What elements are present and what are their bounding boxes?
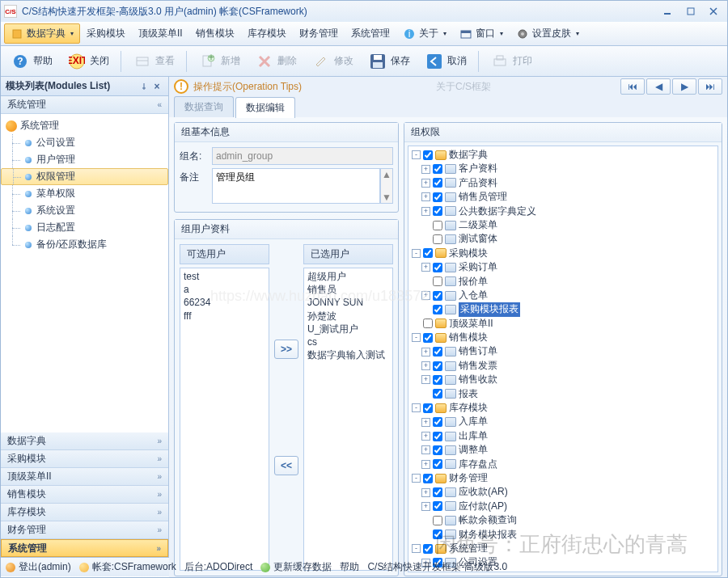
perm-checkbox[interactable] <box>433 164 442 174</box>
available-list[interactable]: test a 66234 fff <box>180 268 269 571</box>
menu-数据字典[interactable]: 数据字典▾ <box>4 23 80 44</box>
perm-checkbox[interactable] <box>433 445 442 455</box>
perm-checkbox[interactable] <box>423 474 433 483</box>
nav-last-button[interactable]: ⏭ <box>698 78 722 95</box>
tree-node[interactable]: +公共数据字典定义 <box>410 205 716 218</box>
nav-group-current[interactable]: 系统管理« <box>1 96 168 114</box>
move-left-button[interactable]: << <box>274 456 298 475</box>
scrollbar[interactable]: ▲▼ <box>380 168 393 204</box>
nav-item[interactable]: 权限管理 <box>1 168 168 185</box>
expand-icon[interactable]: + <box>421 502 430 511</box>
tree-node[interactable]: 财务模块报表 <box>410 528 716 542</box>
remark-textarea[interactable]: 管理员组 <box>212 168 380 204</box>
perm-checkbox[interactable] <box>433 192 442 202</box>
expand-icon[interactable]: - <box>412 544 421 553</box>
tree-node[interactable]: -采购模块 <box>410 247 716 260</box>
expand-icon[interactable]: - <box>412 333 421 342</box>
perm-checkbox[interactable] <box>423 333 433 343</box>
about-link[interactable]: 关于C/S框架 <box>436 80 491 94</box>
tab-query[interactable]: 数据查询 <box>174 96 234 117</box>
expand-icon[interactable]: + <box>421 361 430 370</box>
tree-node[interactable]: 二级菜单 <box>410 218 716 232</box>
perm-checkbox[interactable] <box>433 221 442 230</box>
maximize-button[interactable] <box>680 4 701 19</box>
menu-销售模块[interactable]: 销售模块 <box>189 23 241 44</box>
expand-icon[interactable]: - <box>412 150 421 159</box>
tree-node[interactable]: -财务管理 <box>410 471 716 485</box>
tree-node[interactable]: 测试窗体 <box>410 232 716 246</box>
tree-node[interactable]: +销售收款 <box>410 373 716 386</box>
tree-node[interactable]: +采购订单 <box>410 260 716 274</box>
help-button[interactable]: ?帮助 <box>6 50 57 73</box>
tree-node[interactable]: +客户资料 <box>410 162 716 175</box>
perm-checkbox[interactable] <box>433 347 442 357</box>
menu-采购模块[interactable]: 采购模块 <box>80 23 132 44</box>
minimize-button[interactable] <box>658 4 679 19</box>
expand-icon[interactable]: + <box>421 192 430 201</box>
nav-first-button[interactable]: ⏮ <box>620 78 645 95</box>
nav-group[interactable]: 销售模块» <box>1 486 168 504</box>
pin-icon[interactable] <box>138 80 150 93</box>
expand-icon[interactable]: - <box>412 403 421 412</box>
tree-node[interactable]: +销售员管理 <box>410 190 716 204</box>
perm-checkbox[interactable] <box>433 389 442 399</box>
menu-设置皮肤[interactable]: 设置皮肤▾ <box>510 23 586 44</box>
tree-node[interactable]: +库存盘点 <box>410 458 716 471</box>
nav-root[interactable]: 系统管理 <box>1 117 168 134</box>
perm-checkbox[interactable] <box>433 417 442 427</box>
nav-item[interactable]: 公司设置 <box>1 134 168 151</box>
tree-node[interactable]: -销售模块 <box>410 331 716 344</box>
expand-icon[interactable]: + <box>421 418 430 427</box>
nav-item[interactable]: 备份/还原数据库 <box>1 236 168 253</box>
nav-item[interactable]: 用户管理 <box>1 151 168 168</box>
permission-tree[interactable]: -数据字典+客户资料+产品资料+销售员管理+公共数据字典定义二级菜单测试窗体-采… <box>408 146 717 572</box>
tree-node[interactable]: +销售订单 <box>410 344 716 358</box>
tab-edit[interactable]: 数据编辑 <box>235 97 295 118</box>
nav-next-button[interactable]: ▶ <box>672 78 696 95</box>
perm-checkbox[interactable] <box>433 276 442 286</box>
menu-财务管理[interactable]: 财务管理 <box>293 23 345 44</box>
nav-prev-button[interactable]: ◀ <box>646 78 671 95</box>
tree-node[interactable]: +入库单 <box>410 415 716 428</box>
tree-node[interactable]: 报价单 <box>410 275 716 289</box>
perm-checkbox[interactable] <box>433 263 442 272</box>
selected-list[interactable]: 超级用户 销售员 JONNY SUN 孙楚波 U_测试用户 cs 数据字典输入测… <box>303 268 393 571</box>
perm-checkbox[interactable] <box>423 248 433 258</box>
status-refresh[interactable]: 更新缓存数据 <box>260 560 332 574</box>
tree-node[interactable]: -数据字典 <box>410 148 716 162</box>
nav-item[interactable]: 菜单权限 <box>1 185 168 202</box>
nav-item[interactable]: 日志配置 <box>1 219 168 236</box>
cancel-button[interactable]: 取消 <box>420 50 472 73</box>
menu-库存模块[interactable]: 库存模块 <box>241 23 293 44</box>
tree-node[interactable]: 报表 <box>410 387 716 401</box>
expand-icon[interactable]: + <box>421 432 430 441</box>
tree-node[interactable]: -系统管理 <box>410 542 716 555</box>
tree-node[interactable]: +产品资料 <box>410 176 716 190</box>
perm-checkbox[interactable] <box>433 487 442 497</box>
expand-icon[interactable]: + <box>421 348 430 357</box>
tree-node[interactable]: +出库单 <box>410 429 716 443</box>
tree-node[interactable]: +入仓单 <box>410 289 716 302</box>
nav-group[interactable]: 财务管理» <box>1 521 168 539</box>
perm-checkbox[interactable] <box>433 459 442 469</box>
perm-checkbox[interactable] <box>433 305 442 314</box>
perm-checkbox[interactable] <box>433 375 442 385</box>
tree-node[interactable]: 顶级菜单II <box>410 317 716 331</box>
nav-group[interactable]: 采购模块» <box>1 450 168 468</box>
nav-group[interactable]: 顶级菜单II» <box>1 468 168 486</box>
save-button[interactable]: 保存 <box>363 50 415 73</box>
perm-checkbox[interactable] <box>433 516 442 525</box>
menu-窗口[interactable]: 窗口▾ <box>453 23 510 44</box>
perm-checkbox[interactable] <box>423 403 433 413</box>
expand-icon[interactable]: - <box>412 249 421 258</box>
expand-icon[interactable]: - <box>412 474 421 483</box>
menu-关于[interactable]: i关于▾ <box>396 23 453 44</box>
expand-icon[interactable]: + <box>421 375 430 384</box>
expand-icon[interactable]: + <box>421 460 430 469</box>
tree-node[interactable]: 帐款余额查询 <box>410 513 716 527</box>
close-button-tool[interactable]: EXIT关闭 <box>62 50 114 73</box>
move-right-button[interactable]: >> <box>274 340 298 359</box>
status-logout[interactable]: 登出(admin) <box>6 560 71 574</box>
expand-icon[interactable]: + <box>421 263 430 272</box>
perm-checkbox[interactable] <box>423 544 433 554</box>
